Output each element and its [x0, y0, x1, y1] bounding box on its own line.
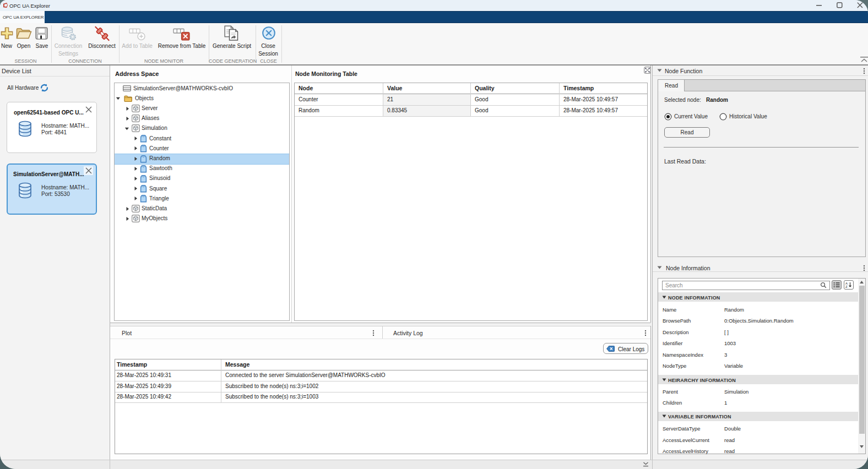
svg-text:A: A	[845, 282, 848, 285]
svg-text:Z: Z	[845, 285, 848, 288]
